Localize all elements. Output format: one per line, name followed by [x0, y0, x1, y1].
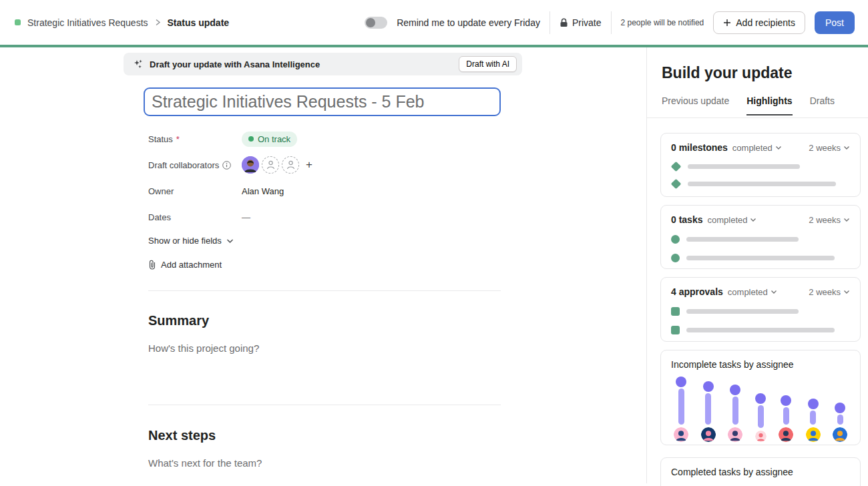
approval-square-icon	[671, 307, 680, 316]
assignee-avatar	[806, 427, 821, 442]
status-dot-icon	[248, 136, 254, 142]
milestones-card[interactable]: 0 milestones completed 2 weeks	[660, 133, 861, 197]
sidebar-title: Build your update	[662, 64, 793, 82]
task-circle-icon	[671, 254, 680, 262]
build-update-sidebar: Build your update Previous update Highli…	[646, 47, 868, 483]
lollipop-stem	[783, 407, 789, 425]
breadcrumb: Strategic Initiatives Requests Status up…	[15, 17, 229, 28]
breadcrumb-project-link[interactable]: Strategic Initiatives Requests	[27, 17, 148, 28]
add-attachment-button[interactable]: Add attachment	[148, 260, 222, 270]
lollipop-head	[781, 395, 791, 406]
tasks-card[interactable]: 0 tasks completed 2 weeks	[660, 205, 861, 269]
status-badge[interactable]: On track	[242, 132, 297, 147]
assignee-avatar	[779, 427, 793, 442]
summary-textarea[interactable]: How's this project going?	[148, 342, 259, 354]
update-editor: Draft your update with Asana Intelligenc…	[0, 47, 646, 483]
tab-previous-update[interactable]: Previous update	[662, 95, 729, 115]
approvals-range-dropdown[interactable]: 2 weeks	[809, 287, 850, 297]
collaborator-placeholder[interactable]	[262, 156, 279, 174]
milestones-filter-dropdown[interactable]: completed	[732, 143, 782, 153]
add-recipients-label: Add recipients	[736, 17, 795, 28]
lollipop-head	[755, 393, 766, 404]
update-title-input[interactable]	[144, 87, 501, 116]
divider	[611, 11, 612, 34]
tasks-filter-dropdown[interactable]: completed	[707, 215, 756, 225]
tasks-range-dropdown[interactable]: 2 weeks	[809, 215, 850, 225]
required-mark: *	[176, 134, 180, 144]
tasks-count: 0 tasks	[671, 214, 702, 225]
completed-tasks-chart-card[interactable]: Completed tasks by assignee	[660, 457, 861, 486]
paperclip-icon	[148, 260, 156, 270]
next-steps-textarea[interactable]: What's next for the team?	[148, 457, 262, 469]
chevron-down-icon	[750, 218, 756, 222]
collaborators-field-row: Draft collaborators +	[148, 156, 502, 174]
owner-field-label: Owner	[148, 186, 242, 196]
privacy-label: Private	[572, 17, 602, 28]
dates-value[interactable]: —	[242, 212, 250, 222]
notify-count-text: 2 people will be notified	[621, 18, 704, 27]
chevron-down-icon	[843, 290, 850, 294]
person-icon	[286, 160, 295, 170]
breadcrumb-chevron-icon	[155, 19, 161, 26]
status-field-row: Status* On track	[148, 130, 502, 148]
add-recipients-button[interactable]: Add recipients	[713, 11, 805, 34]
owner-value[interactable]: Alan Wang	[242, 186, 284, 196]
project-color-dot	[15, 19, 21, 25]
lollipop-stem	[810, 411, 816, 425]
status-field-label: Status*	[148, 134, 242, 144]
ai-banner: Draft your update with Asana Intelligenc…	[124, 53, 522, 75]
lollipop-head	[676, 377, 686, 387]
chevron-down-icon	[843, 146, 850, 150]
lollipop-head	[808, 399, 819, 409]
incomplete-chart-title: Incomplete tasks by assignee	[671, 359, 850, 370]
chevron-down-icon	[843, 218, 850, 222]
privacy-status: Private	[560, 17, 602, 28]
lollipop-stem	[705, 393, 711, 425]
sparkle-icon	[133, 59, 144, 69]
skeleton-bar	[688, 164, 800, 169]
summary-heading: Summary	[148, 313, 209, 328]
approvals-card[interactable]: 4 approvals completed 2 weeks	[660, 277, 861, 342]
incomplete-tasks-chart-card[interactable]: Incomplete tasks by assignee	[660, 350, 861, 445]
show-hide-fields-button[interactable]: Show or hide fields	[148, 236, 234, 246]
lollipop-stem	[758, 405, 764, 428]
skeleton-bar	[686, 309, 799, 314]
post-button[interactable]: Post	[815, 11, 855, 34]
milestone-diamond-icon	[671, 179, 682, 190]
assignee-column	[755, 393, 767, 442]
assignee-avatar	[833, 427, 847, 442]
chevron-down-icon	[226, 238, 234, 244]
skeleton-bar	[686, 237, 799, 242]
chevron-down-icon	[771, 290, 777, 294]
section-divider	[148, 290, 501, 291]
assignee-avatar	[728, 427, 742, 442]
toggle-knob	[366, 18, 375, 27]
collaborator-placeholder[interactable]	[282, 156, 299, 174]
draft-with-ai-button[interactable]: Draft with AI	[459, 56, 517, 72]
info-icon	[222, 161, 231, 170]
reminder-toggle[interactable]	[365, 17, 387, 29]
milestones-range-dropdown[interactable]: 2 weeks	[809, 143, 850, 153]
assignee-column	[701, 381, 716, 442]
breadcrumb-current-page: Status update	[168, 17, 230, 28]
chevron-down-icon	[775, 146, 782, 150]
approvals-filter-dropdown[interactable]: completed	[728, 287, 777, 297]
topbar-actions: Remind me to update every Friday Private…	[365, 11, 855, 34]
assignee-column	[674, 377, 688, 442]
lollipop-stem	[732, 397, 738, 425]
collaborators-field-label: Draft collaborators	[148, 160, 242, 170]
fields-list: Status* On track Draft collaborators	[148, 130, 502, 234]
tab-drafts[interactable]: Drafts	[810, 95, 835, 115]
tab-highlights[interactable]: Highlights	[746, 95, 792, 115]
add-collaborator-button[interactable]: +	[306, 158, 312, 172]
sidebar-tabs: Previous update Highlights Drafts	[662, 95, 835, 115]
milestone-diamond-icon	[671, 162, 682, 172]
tabs-divider	[647, 117, 868, 118]
assignee-column	[833, 403, 847, 442]
person-icon	[266, 160, 275, 170]
ai-banner-text: Draft your update with Asana Intelligenc…	[150, 59, 320, 69]
collaborator-avatar[interactable]	[242, 156, 259, 174]
milestones-count: 0 milestones	[671, 142, 728, 153]
topbar: Strategic Initiatives Requests Status up…	[0, 0, 868, 47]
divider	[550, 11, 550, 34]
